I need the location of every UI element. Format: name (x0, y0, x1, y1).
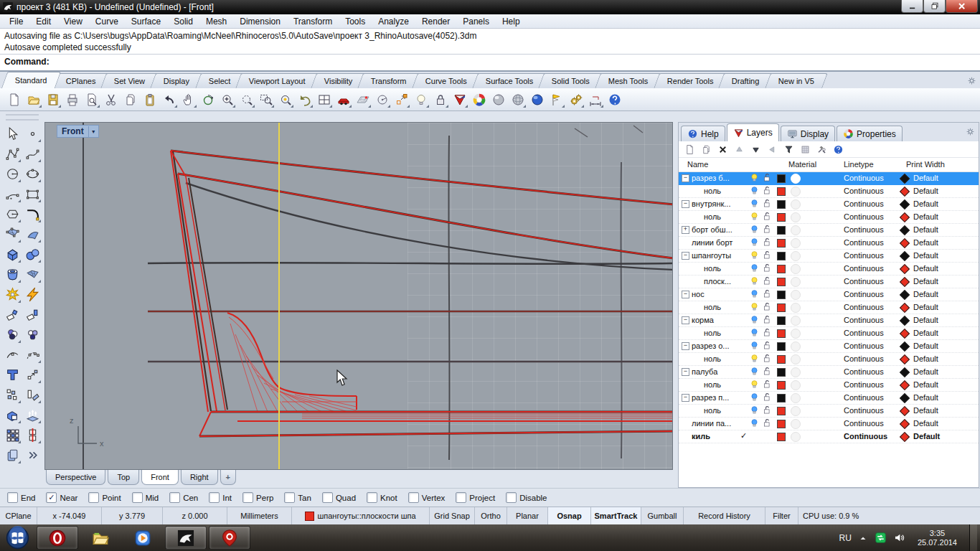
layer-print-width[interactable]: Default (913, 225, 938, 234)
osnap-option[interactable]: Int (209, 492, 232, 503)
print-color-diamond[interactable] (900, 174, 910, 184)
layer-color-swatch[interactable] (777, 187, 786, 196)
layer-linetype[interactable]: Continuous (844, 277, 884, 286)
layer-name[interactable]: плоск... (704, 277, 747, 286)
layer-material-icon[interactable] (791, 432, 801, 442)
layer-name[interactable]: корма (692, 316, 746, 324)
layer-print-width[interactable]: Default (913, 174, 938, 182)
print-color-diamond[interactable] (900, 238, 910, 248)
toolbar-button[interactable] (82, 90, 101, 109)
layer-material-icon[interactable] (791, 264, 801, 274)
toolbar-button[interactable] (411, 90, 430, 109)
layer-name[interactable]: ноль (704, 329, 747, 337)
layer-name[interactable]: линии борт (692, 238, 746, 247)
toolbar-tab[interactable]: Mesh Tools (595, 73, 662, 88)
viewport-tab[interactable]: Top (108, 470, 139, 485)
layer-lock-icon[interactable] (763, 250, 772, 260)
viewport-title[interactable]: Front ▼ (57, 125, 99, 138)
close-button[interactable] (946, 0, 978, 13)
side-toolbar-button[interactable] (2, 224, 22, 244)
viewport-title-dropdown-icon[interactable]: ▼ (88, 126, 98, 137)
menu-item[interactable]: View (57, 15, 89, 28)
layer-material-icon[interactable] (791, 212, 801, 222)
status-cell[interactable]: y 3.779 (102, 507, 163, 524)
layer-lock-icon[interactable] (763, 263, 772, 273)
toolbar-button[interactable] (353, 90, 372, 109)
layer-linetype[interactable]: Continuous (844, 199, 884, 208)
layer-color-swatch[interactable] (777, 278, 786, 286)
layer-print-width[interactable]: Default (913, 199, 938, 208)
layer-print-width[interactable]: Default (913, 380, 938, 389)
side-toolbar-button[interactable] (2, 405, 22, 425)
status-cell[interactable]: Record History (684, 507, 765, 524)
side-toolbar-button[interactable] (22, 324, 42, 344)
print-color-diamond[interactable] (900, 342, 910, 352)
layer-print-width[interactable]: Default (913, 316, 938, 324)
side-toolbar-button[interactable] (2, 364, 22, 385)
side-toolbar-button[interactable] (2, 143, 22, 164)
toolbar-button[interactable] (256, 90, 275, 109)
layers-toolbar-button[interactable] (748, 142, 763, 156)
side-toolbar-button[interactable] (22, 304, 42, 324)
print-color-diamond[interactable] (900, 432, 910, 442)
layers-toolbar-button[interactable] (715, 142, 730, 156)
column-linetype[interactable]: Linetype (844, 160, 874, 169)
menu-item[interactable]: Tools (339, 15, 372, 28)
layer-linetype[interactable]: Continuous (844, 367, 884, 376)
toolbar-grip[interactable] (6, 114, 39, 121)
layer-row[interactable]: − нос Continuous Default (679, 288, 979, 301)
status-cell[interactable]: шпангоуты::плоскости шпа (292, 507, 430, 524)
layer-print-width[interactable]: Default (913, 393, 938, 402)
layer-material-icon[interactable] (791, 419, 801, 429)
layer-expand-toggle[interactable]: − (682, 394, 689, 402)
layer-visibility-bulb-icon[interactable] (750, 173, 759, 182)
layer-name[interactable]: палуба (692, 367, 746, 376)
layer-print-width[interactable]: Default (913, 251, 938, 260)
layer-lock-icon[interactable] (763, 276, 772, 286)
language-indicator[interactable]: RU (839, 533, 852, 543)
layer-print-width[interactable]: Default (913, 238, 938, 247)
layer-material-icon[interactable] (791, 277, 801, 287)
side-toolbar-button[interactable] (2, 344, 22, 364)
column-name[interactable]: Name (687, 160, 708, 169)
layer-color-swatch[interactable] (777, 381, 786, 390)
layer-material-icon[interactable] (791, 290, 801, 300)
layer-visibility-bulb-icon[interactable] (750, 276, 759, 286)
layer-linetype[interactable]: Continuous (844, 187, 884, 195)
layer-row[interactable]: − палуба Continuous Default (679, 366, 979, 379)
menu-item[interactable]: Edit (29, 15, 57, 28)
layer-expand-toggle[interactable]: − (682, 291, 689, 298)
osnap-option[interactable]: Knot (367, 492, 397, 503)
toolbar-button[interactable] (508, 90, 527, 109)
status-cell[interactable]: x -74.049 (37, 507, 102, 524)
toolbar-button[interactable] (101, 90, 121, 109)
print-color-diamond[interactable] (900, 225, 910, 235)
layer-row[interactable]: − разрез о... Continuous Default (679, 340, 979, 353)
viewport-tab[interactable]: Front (141, 470, 179, 485)
toolbar-button[interactable] (275, 90, 295, 109)
layer-visibility-bulb-icon[interactable] (750, 186, 759, 195)
layer-name[interactable]: шпангоуты (692, 251, 746, 260)
layer-material-icon[interactable] (791, 393, 801, 403)
status-cell[interactable]: Millimeters (227, 507, 292, 524)
layer-name[interactable]: линии па... (692, 419, 746, 428)
status-cell[interactable]: Filter (765, 507, 798, 524)
side-toolbar-button[interactable] (22, 244, 42, 264)
toolbar-button[interactable] (237, 90, 256, 109)
layer-color-swatch[interactable] (777, 291, 786, 299)
toolbar-tab[interactable]: Viewport Layout (235, 73, 319, 88)
layer-material-icon[interactable] (791, 225, 801, 235)
side-toolbar-button[interactable] (22, 123, 42, 143)
toolbar-button[interactable] (372, 90, 392, 109)
toolbar-button[interactable] (392, 90, 411, 109)
menu-item[interactable]: Solid (167, 15, 199, 28)
tray-expand-icon[interactable] (858, 533, 868, 543)
print-color-diamond[interactable] (900, 290, 910, 300)
layer-row[interactable]: линии борт Continuous Default (679, 237, 979, 250)
side-toolbar-button[interactable] (2, 425, 22, 445)
layer-lock-icon[interactable] (763, 328, 772, 337)
layer-linetype[interactable]: Continuous (844, 225, 884, 234)
layer-color-swatch[interactable] (777, 200, 786, 209)
viewport-tab[interactable]: + (220, 470, 236, 485)
layer-row[interactable]: − внутрянк... Continuous Default (679, 198, 979, 211)
